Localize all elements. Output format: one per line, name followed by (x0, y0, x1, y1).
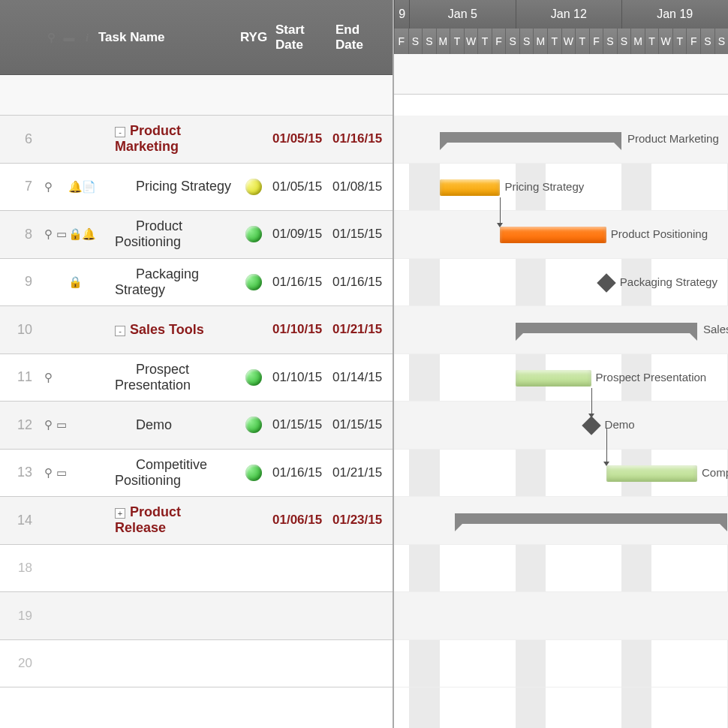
month-header: 9 (394, 0, 409, 29)
day-header: T (575, 29, 589, 54)
day-header: S (714, 29, 728, 54)
comment-icon[interactable]: ▭ (55, 418, 68, 432)
month-header: Jan 12 (516, 0, 621, 29)
info-column-icon: i (80, 32, 94, 44)
gantt-panel: 9Jan 5Jan 12Jan 19 FSSMTWTFSSMTWTFSSMTWT… (394, 0, 728, 728)
gantt-row: Pricing Strategy (394, 164, 728, 212)
day-header: M (533, 29, 547, 54)
grid-header: ⚲ ▬ i Task Name RYG Start Date End Date (0, 0, 393, 75)
gantt-row: Prospect Presentation (394, 354, 728, 402)
task-row[interactable]: 13⚲▭Competitive Positioning01/16/1501/21… (0, 450, 393, 498)
summary-bar[interactable] (455, 513, 728, 524)
day-header: S (408, 29, 423, 54)
day-header: T (645, 29, 659, 54)
gantt-row: Packaging Strategy (394, 259, 728, 307)
day-header: S (519, 29, 534, 54)
gantt-row: Product Marketing (394, 116, 728, 164)
day-header: W (561, 29, 576, 54)
task-row[interactable]: 14+Product Release01/06/1501/23/15 (0, 497, 393, 545)
day-header: M (436, 29, 450, 54)
ryg-indicator[interactable] (245, 465, 262, 481)
bar-label: Product Marketing (627, 132, 719, 145)
task-bar[interactable] (606, 465, 697, 482)
comment-icon[interactable]: ▭ (55, 227, 68, 241)
timeline-day-row: FSSMTWTFSSMTWTFSSMTWTFSS (394, 29, 728, 54)
column-header-start[interactable]: Start Date (272, 23, 332, 53)
bar-label: Packaging Strategy (620, 275, 717, 288)
attachment-icon[interactable]: ⚲ (41, 180, 55, 194)
empty-row[interactable]: 18 (0, 545, 393, 593)
ryg-indicator[interactable] (245, 179, 262, 195)
task-row[interactable]: 9🔒Packaging Strategy01/16/1501/16/15 (0, 259, 393, 307)
attachment-icon[interactable]: ⚲ (41, 371, 55, 384)
task-name: Demo (136, 417, 172, 432)
day-header: S (617, 29, 631, 54)
bar-label: Pricing Strategy (504, 180, 584, 193)
bar-label: Demo (605, 418, 635, 431)
task-name: Sales Tools (130, 322, 204, 337)
toggle-icon[interactable]: - (115, 326, 125, 336)
day-header: F (492, 29, 506, 54)
day-header: W (464, 29, 478, 54)
day-header: S (700, 29, 714, 54)
ryg-indicator[interactable] (245, 417, 262, 433)
dependency-arrow-icon (603, 462, 609, 466)
day-header: F (686, 29, 700, 54)
ryg-indicator[interactable] (245, 274, 262, 290)
month-header: Jan 5 (409, 0, 515, 29)
summary-bar[interactable] (440, 132, 621, 143)
task-bar[interactable] (500, 227, 606, 243)
task-row[interactable]: 8⚲▭🔒🔔Product Positioning01/09/1501/15/15 (0, 211, 393, 259)
column-header-task-name[interactable]: Task Name (95, 30, 235, 45)
ryg-indicator[interactable] (245, 369, 262, 386)
bar-label: Product Positioning (611, 227, 708, 240)
milestone[interactable] (582, 416, 600, 435)
task-name: Competitive Positioning (115, 457, 207, 488)
gantt-row: Demo (394, 402, 728, 450)
bar-label: Competitive P (702, 466, 728, 479)
comment-icon[interactable]: ▭ (55, 466, 68, 480)
summary-bar[interactable] (516, 323, 697, 333)
day-header: S (422, 29, 436, 54)
doc-icon: 📄 (82, 180, 95, 194)
gantt-row: Sales Tools (394, 306, 728, 354)
attachment-icon[interactable]: ⚲ (41, 227, 55, 241)
column-header-end[interactable]: End Date (332, 23, 393, 53)
gantt-row: Product Positioning (394, 211, 728, 259)
timeline-month-row: 9Jan 5Jan 12Jan 19 (394, 0, 728, 29)
lock-icon: 🔒 (68, 227, 82, 241)
day-header: T (672, 29, 687, 54)
toggle-icon[interactable]: - (115, 127, 125, 137)
task-name: Product Positioning (115, 218, 182, 249)
bar-label: Prospect Presentation (596, 371, 707, 384)
task-row[interactable]: 12⚲▭Demo01/15/1501/15/15 (0, 402, 393, 450)
lock-icon: 🔒 (68, 275, 82, 289)
day-header: T (477, 29, 492, 54)
day-header: F (589, 29, 603, 54)
toggle-icon[interactable]: + (115, 508, 125, 519)
empty-row[interactable]: 20 (0, 640, 393, 688)
milestone[interactable] (597, 273, 615, 292)
day-header: M (630, 29, 645, 54)
attachment-icon[interactable]: ⚲ (41, 466, 55, 480)
task-row[interactable]: 11⚲Prospect Presentation01/10/1501/14/15 (0, 354, 393, 402)
ryg-indicator[interactable] (245, 226, 262, 242)
day-header: T (547, 29, 561, 54)
day-header: S (505, 29, 519, 54)
task-bar[interactable] (516, 370, 591, 387)
column-header-ryg[interactable]: RYG (235, 30, 272, 45)
comment-column-icon: ▬ (62, 31, 76, 44)
day-header: W (658, 29, 672, 54)
task-bar[interactable] (440, 179, 501, 196)
empty-row[interactable]: 19 (0, 592, 393, 640)
task-name: Packaging Strategy (115, 266, 199, 297)
task-name: Pricing Strategy (136, 179, 231, 194)
attachment-icon[interactable]: ⚲ (41, 418, 55, 432)
task-row[interactable]: 10-Sales Tools01/10/1501/21/15 (0, 306, 393, 354)
day-header: S (603, 29, 617, 54)
task-row[interactable]: 7⚲🔔📄Pricing Strategy01/05/1501/08/15 (0, 164, 393, 212)
dependency-line (606, 429, 607, 463)
day-header: T (450, 29, 464, 54)
task-grid-panel: ⚲ ▬ i Task Name RYG Start Date End Date … (0, 0, 394, 728)
task-row[interactable]: 6-Product Marketing01/05/1501/16/15 (0, 116, 393, 164)
